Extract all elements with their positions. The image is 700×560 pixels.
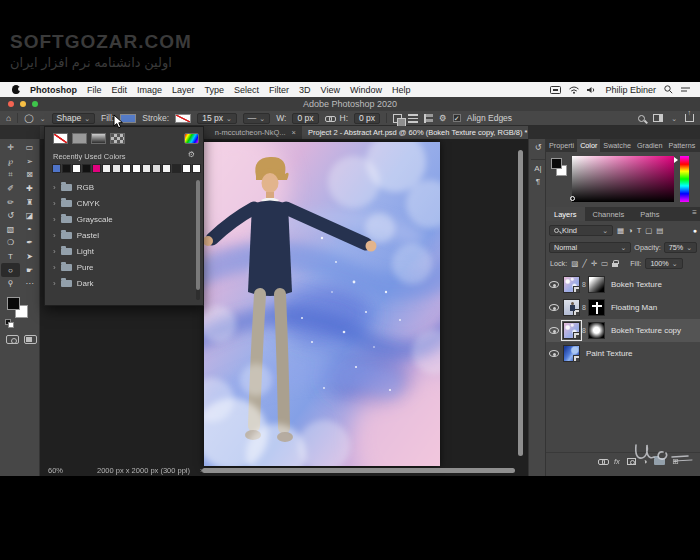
menu-image[interactable]: Image — [137, 85, 162, 95]
filter-smart-object-icon[interactable]: ▤ — [656, 226, 663, 235]
clone-stamp-tool[interactable]: ♜ — [20, 195, 39, 209]
layer-name[interactable]: Bokeh Texture copy — [611, 326, 681, 335]
layer-thumbnail[interactable] — [563, 299, 580, 316]
path-operations-icon[interactable] — [393, 114, 402, 123]
recent-color-swatch[interactable] — [142, 164, 151, 173]
ellipse-tool-selected[interactable]: ○ — [1, 263, 20, 277]
menu-view[interactable]: View — [321, 85, 340, 95]
layer-row-floating-man[interactable]: 8 Floating Man — [546, 296, 700, 319]
tool-preset-icon[interactable]: ◯ — [24, 113, 34, 123]
layer-mask-thumbnail[interactable] — [588, 276, 605, 293]
crop-tool[interactable]: ⌗ — [1, 168, 20, 182]
brush-tool[interactable]: ✏ — [1, 195, 20, 209]
stroke-width-select[interactable]: 15 px ⌄ — [197, 113, 237, 124]
tab-gradients[interactable]: Gradien — [634, 139, 666, 152]
opacity-value[interactable]: 75% ⌄ — [664, 242, 697, 253]
frame-tool[interactable]: ⊠ — [20, 168, 39, 182]
gradient-tool[interactable]: ▧ — [1, 223, 20, 237]
tab-swatches[interactable]: Swatche — [600, 139, 634, 152]
path-alignment-icon[interactable] — [408, 114, 418, 123]
saturation-brightness-field[interactable] — [572, 156, 674, 202]
color-group-dark[interactable]: ›Dark — [45, 275, 193, 291]
volume-icon[interactable] — [587, 86, 597, 94]
recent-color-swatch[interactable] — [172, 164, 181, 173]
layer-mask-thumbnail[interactable] — [588, 299, 605, 316]
recent-color-swatch[interactable] — [92, 164, 101, 173]
height-input[interactable]: 0 px — [354, 113, 380, 124]
layer-mask-thumbnail[interactable] — [588, 322, 605, 339]
eye-icon[interactable] — [549, 327, 559, 334]
object-selection-tool[interactable]: ➢ — [20, 155, 39, 169]
gear-icon[interactable]: ⚙ — [188, 150, 195, 159]
layer-name[interactable]: Paint Texture — [586, 349, 633, 358]
display-icon[interactable] — [550, 86, 561, 94]
hand-tool[interactable]: ☛ — [20, 263, 39, 277]
color-group-pastel[interactable]: ›Pastel — [45, 227, 193, 243]
type-tool[interactable]: T — [1, 250, 20, 264]
tab-color[interactable]: Color — [577, 139, 600, 152]
eye-icon[interactable] — [549, 304, 559, 311]
home-icon[interactable]: ⌂ — [6, 113, 11, 123]
default-colors-icon[interactable] — [5, 319, 11, 325]
layer-row-bokeh-texture-copy-selected[interactable]: 8 Bokeh Texture copy — [546, 319, 700, 342]
notification-center-icon[interactable] — [681, 86, 690, 94]
gear-icon[interactable]: ⚙ — [439, 113, 447, 123]
tab-layers[interactable]: Layers — [546, 207, 585, 221]
lock-artboard-icon[interactable]: ▭ — [601, 259, 608, 268]
spotlight-icon[interactable] — [664, 85, 673, 94]
hue-slider[interactable] — [680, 156, 689, 202]
recent-color-swatch[interactable] — [82, 164, 91, 173]
layer-effects-icon[interactable]: fx — [614, 457, 620, 466]
path-arrangement-icon[interactable] — [424, 114, 433, 123]
solid-color-button[interactable] — [72, 133, 87, 144]
dodge-tool[interactable]: ❍ — [1, 236, 20, 250]
link-layers-icon[interactable] — [598, 459, 607, 464]
layer-row-paint-texture[interactable]: Paint Texture — [546, 342, 700, 365]
character-panel-icon[interactable]: A| — [529, 164, 547, 173]
lock-pixels-icon[interactable]: ╱ — [582, 259, 587, 268]
history-brush-tool[interactable]: ↺ — [1, 209, 20, 223]
lock-position-icon[interactable]: ✛ — [591, 259, 597, 268]
panel-menu-icon[interactable]: ≡ — [689, 207, 700, 221]
recent-color-swatch[interactable] — [72, 164, 81, 173]
path-selection-tool[interactable]: ➤ — [20, 250, 39, 264]
tab-paths[interactable]: Paths — [632, 207, 667, 221]
gradient-button[interactable] — [91, 133, 106, 144]
tool-mode-select[interactable]: Shape ⌄ — [52, 113, 95, 124]
search-icon[interactable] — [638, 115, 645, 122]
color-picker-button[interactable] — [184, 133, 199, 144]
stroke-color-swatch[interactable] — [175, 114, 191, 123]
menu-help[interactable]: Help — [392, 85, 411, 95]
layer-name[interactable]: Bokeh Texture — [611, 280, 662, 289]
share-icon[interactable] — [685, 114, 694, 122]
filter-image-icon[interactable]: ▦ — [617, 226, 624, 235]
align-edges-checkbox[interactable]: ✓ — [453, 114, 461, 122]
filter-shape-icon[interactable]: ▢ — [645, 226, 652, 235]
edit-toolbar-button[interactable]: ⋯ — [20, 277, 39, 291]
layer-thumbnail[interactable] — [563, 276, 580, 293]
menu-3d[interactable]: 3D — [299, 85, 311, 95]
recent-color-swatch[interactable] — [132, 164, 141, 173]
tab-channels[interactable]: Channels — [585, 207, 633, 221]
menubar-username[interactable]: Philip Ebiner — [605, 85, 656, 95]
recent-color-swatch[interactable] — [62, 164, 71, 173]
screen-mode-icon[interactable] — [24, 335, 37, 344]
menu-photoshop[interactable]: Photoshop — [30, 85, 77, 95]
menu-select[interactable]: Select — [234, 85, 259, 95]
zoom-tool[interactable]: ⚲ — [1, 277, 20, 291]
zoom-level-field[interactable]: 60% — [48, 466, 63, 475]
width-input[interactable]: 0 px — [292, 113, 318, 124]
quick-mask-icon[interactable] — [6, 335, 19, 344]
eye-icon[interactable] — [549, 350, 559, 357]
stroke-type-select[interactable]: — ⌄ — [243, 113, 270, 124]
recent-color-swatch[interactable] — [162, 164, 171, 173]
menu-edit[interactable]: Edit — [112, 85, 128, 95]
recent-color-swatch[interactable] — [152, 164, 161, 173]
tab-patterns[interactable]: Patterns — [666, 139, 699, 152]
workspace-switcher-icon[interactable] — [653, 114, 663, 122]
layer-name[interactable]: Floating Man — [611, 303, 657, 312]
menu-file[interactable]: File — [87, 85, 102, 95]
filter-adjustment-icon[interactable]: ◑ — [628, 226, 633, 235]
paragraph-panel-icon[interactable]: ¶ — [529, 177, 547, 186]
recent-color-swatch[interactable] — [192, 164, 201, 173]
